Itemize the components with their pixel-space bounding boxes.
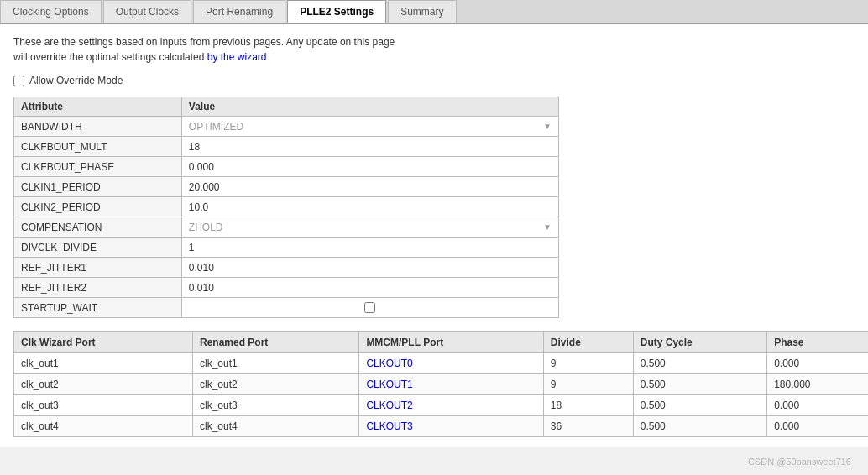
clocks-col-header: Renamed Port <box>192 332 358 353</box>
settings-attribute: COMPENSATION <box>14 217 182 238</box>
settings-attribute: BANDWIDTH <box>14 117 182 137</box>
clocks-cell-clk_wizard_port: clk_out2 <box>14 374 193 395</box>
tab-port-renaming[interactable]: Port Renaming <box>193 0 285 23</box>
settings-value-input[interactable] <box>189 161 552 173</box>
settings-value-cell[interactable] <box>181 177 558 197</box>
settings-value-cell[interactable] <box>181 258 558 278</box>
description-line2-pre: will override the optimal settings calcu… <box>13 51 207 63</box>
settings-row: DIVCLK_DIVIDE <box>14 238 559 258</box>
clocks-cell-duty_cycle: 0.500 <box>633 374 766 395</box>
clocks-cell-clk_wizard_port: clk_out4 <box>14 416 193 437</box>
clocks-row: clk_out3clk_out3CLKOUT2180.5000.000 <box>14 395 869 416</box>
clocks-row: clk_out2clk_out2CLKOUT190.500180.000 <box>14 374 869 395</box>
clocks-col-header: Duty Cycle <box>633 332 766 353</box>
mmcm-pll-link[interactable]: CLKOUT1 <box>366 378 412 390</box>
clocks-row: clk_out1clk_out1CLKOUT090.5000.000 <box>14 353 869 374</box>
settings-table: Attribute Value BANDWIDTH OPTIMIZED ▼ CL… <box>13 97 559 318</box>
clocks-cell-clk_wizard_port: clk_out1 <box>14 353 193 374</box>
settings-row: REF_JITTER2 <box>14 278 559 298</box>
clocks-cell-renamed_port: clk_out1 <box>192 353 358 374</box>
tab-plle2-settings[interactable]: PLLE2 Settings <box>287 0 386 23</box>
startup-wait-checkbox-cell <box>189 302 552 313</box>
clocks-col-header: Phase <box>767 332 868 353</box>
dropdown-arrow-icon: ▼ <box>543 122 552 131</box>
settings-value-input[interactable] <box>189 242 552 253</box>
clocks-col-header: Clk Wizard Port <box>14 332 193 353</box>
clocks-cell-phase: 0.000 <box>767 353 868 374</box>
settings-attribute: CLKIN1_PERIOD <box>14 177 182 197</box>
settings-value-input[interactable] <box>189 201 552 213</box>
mmcm-pll-link[interactable]: CLKOUT2 <box>366 399 412 411</box>
settings-attribute: DIVCLK_DIVIDE <box>14 238 182 258</box>
settings-row: STARTUP_WAIT <box>14 298 559 318</box>
mmcm-pll-link[interactable]: CLKOUT3 <box>366 420 412 432</box>
settings-row: CLKIN2_PERIOD <box>14 197 559 217</box>
settings-row: CLKIN1_PERIOD <box>14 177 559 197</box>
settings-row: CLKFBOUT_PHASE <box>14 157 559 177</box>
clocks-row: clk_out4clk_out4CLKOUT3360.5000.000 <box>14 416 869 437</box>
settings-attribute: CLKIN2_PERIOD <box>14 197 182 217</box>
settings-attribute: CLKFBOUT_PHASE <box>14 157 182 177</box>
settings-attribute: STARTUP_WAIT <box>14 298 182 318</box>
settings-value-cell[interactable] <box>181 238 558 258</box>
settings-row: REF_JITTER1 <box>14 258 559 278</box>
description-line1: These are the settings based on inputs f… <box>13 36 395 48</box>
clocks-cell-divide: 9 <box>543 374 633 395</box>
settings-attribute: CLKFBOUT_MULT <box>14 137 182 157</box>
override-checkbox[interactable] <box>13 76 24 86</box>
settings-value-cell[interactable] <box>181 278 558 298</box>
clocks-col-header: MMCM/PLL Port <box>359 332 543 353</box>
clocks-cell-mmcm_pll_port: CLKOUT0 <box>359 353 543 374</box>
settings-attribute: REF_JITTER2 <box>14 278 182 298</box>
clocks-cell-divide: 18 <box>543 395 633 416</box>
settings-col-value: Value <box>181 97 558 117</box>
clocks-cell-phase: 180.000 <box>767 374 868 395</box>
settings-value-input[interactable] <box>189 282 552 294</box>
clocks-cell-renamed_port: clk_out4 <box>192 416 358 437</box>
clocks-cell-phase: 0.000 <box>767 395 868 416</box>
settings-value-cell[interactable]: OPTIMIZED ▼ <box>181 117 558 137</box>
clocks-col-header: Divide <box>543 332 633 353</box>
wizard-link[interactable]: by the wizard <box>207 51 267 63</box>
settings-select[interactable]: ZHOLD ▼ <box>189 222 552 233</box>
settings-value-input[interactable] <box>189 262 552 274</box>
settings-value-input[interactable] <box>189 181 552 193</box>
settings-row: BANDWIDTH OPTIMIZED ▼ <box>14 117 559 137</box>
clocks-cell-clk_wizard_port: clk_out3 <box>14 395 193 416</box>
clocks-cell-duty_cycle: 0.500 <box>633 395 766 416</box>
dropdown-arrow-icon: ▼ <box>543 222 552 232</box>
clocks-cell-duty_cycle: 0.500 <box>633 416 766 437</box>
clocks-cell-divide: 9 <box>543 353 633 374</box>
clocks-cell-duty_cycle: 0.500 <box>633 353 766 374</box>
settings-value-cell[interactable]: ZHOLD ▼ <box>181 217 558 238</box>
clocks-cell-mmcm_pll_port: CLKOUT1 <box>359 374 543 395</box>
settings-row: COMPENSATION ZHOLD ▼ <box>14 217 559 238</box>
tab-output-clocks[interactable]: Output Clocks <box>103 0 191 23</box>
override-row: Allow Override Mode <box>13 75 855 86</box>
tab-summary[interactable]: Summary <box>388 0 456 23</box>
settings-col-attribute: Attribute <box>14 97 182 117</box>
tab-bar: Clocking Options Output Clocks Port Rena… <box>0 0 868 24</box>
settings-value-cell[interactable] <box>181 197 558 217</box>
settings-value-cell[interactable] <box>181 157 558 177</box>
clocks-cell-renamed_port: clk_out3 <box>192 395 358 416</box>
clocks-cell-renamed_port: clk_out2 <box>192 374 358 395</box>
override-label: Allow Override Mode <box>29 75 123 86</box>
settings-attribute: REF_JITTER1 <box>14 258 182 278</box>
tab-clocking-options[interactable]: Clocking Options <box>0 0 102 23</box>
clocks-cell-divide: 36 <box>543 416 633 437</box>
settings-select[interactable]: OPTIMIZED ▼ <box>189 121 552 133</box>
settings-value-cell[interactable] <box>181 137 558 157</box>
clocks-cell-mmcm_pll_port: CLKOUT2 <box>359 395 543 416</box>
startup-wait-checkbox[interactable] <box>364 302 375 313</box>
settings-value-input[interactable] <box>189 141 552 153</box>
main-content: These are the settings based on inputs f… <box>0 24 868 447</box>
settings-value-cell <box>181 298 558 318</box>
clocks-cell-mmcm_pll_port: CLKOUT3 <box>359 416 543 437</box>
clocks-table: Clk Wizard PortRenamed PortMMCM/PLL Port… <box>13 331 868 437</box>
settings-row: CLKFBOUT_MULT <box>14 137 559 157</box>
clocks-cell-phase: 0.000 <box>767 416 868 437</box>
mmcm-pll-link[interactable]: CLKOUT0 <box>366 358 412 369</box>
description-text: These are the settings based on inputs f… <box>13 34 855 65</box>
